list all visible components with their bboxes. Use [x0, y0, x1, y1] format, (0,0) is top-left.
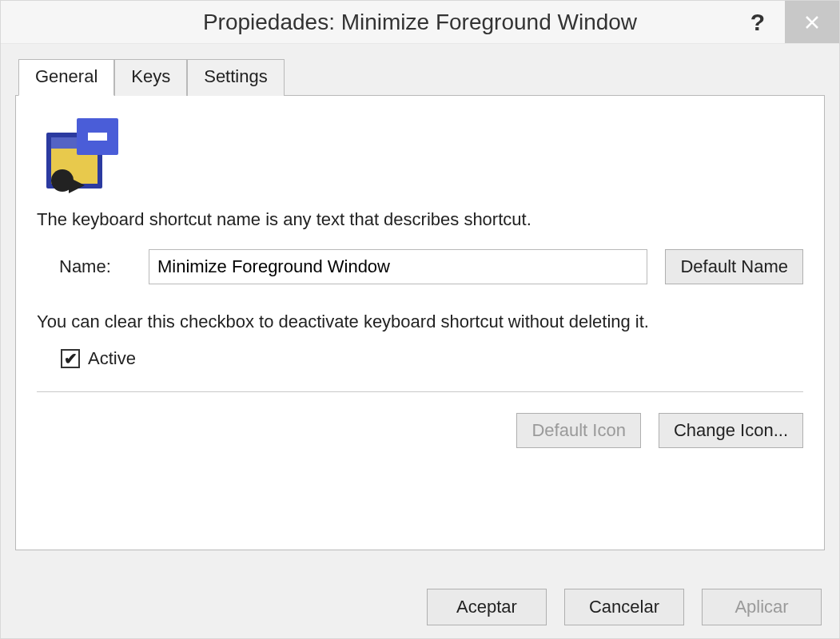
- dialog-footer: Aceptar Cancelar Aplicar: [427, 589, 822, 625]
- tab-general[interactable]: General: [18, 59, 114, 96]
- tab-settings[interactable]: Settings: [187, 59, 285, 96]
- titlebar-buttons: ?: [731, 1, 839, 43]
- name-label: Name:: [59, 256, 131, 277]
- svg-rect-4: [88, 133, 107, 141]
- name-row: Name: Default Name: [37, 249, 803, 284]
- window-title: Propiedades: Minimize Foreground Window: [1, 10, 839, 35]
- change-icon-button[interactable]: Change Icon...: [659, 413, 803, 448]
- active-label: Active: [88, 348, 136, 369]
- icon-buttons-row: Default Icon Change Icon...: [37, 413, 803, 448]
- apply-button: Aplicar: [702, 589, 822, 625]
- active-row: ✔ Active: [37, 348, 803, 369]
- close-icon: [805, 15, 819, 30]
- description-text: The keyboard shortcut name is any text t…: [37, 209, 803, 230]
- close-button[interactable]: [785, 1, 839, 43]
- accept-button[interactable]: Aceptar: [427, 589, 547, 625]
- separator: [37, 391, 803, 392]
- active-checkbox[interactable]: ✔: [61, 349, 80, 368]
- default-name-button[interactable]: Default Name: [665, 249, 803, 284]
- tabstrip: General Keys Settings: [18, 58, 825, 95]
- name-input[interactable]: [149, 249, 647, 284]
- shortcut-icon: [37, 115, 803, 200]
- help-button[interactable]: ?: [731, 1, 785, 43]
- content-area: General Keys Settings The key: [1, 44, 839, 558]
- tabs: General Keys Settings The key: [15, 58, 825, 550]
- default-icon-button: Default Icon: [516, 413, 640, 448]
- window-minimize-icon: [42, 115, 129, 195]
- titlebar: Propiedades: Minimize Foreground Window …: [1, 1, 839, 44]
- properties-window: Propiedades: Minimize Foreground Window …: [0, 0, 840, 639]
- tabpanel-general: The keyboard shortcut name is any text t…: [15, 95, 825, 550]
- tab-keys[interactable]: Keys: [114, 59, 187, 96]
- deactivate-note: You can clear this checkbox to deactivat…: [37, 312, 803, 332]
- cancel-button[interactable]: Cancelar: [564, 589, 684, 625]
